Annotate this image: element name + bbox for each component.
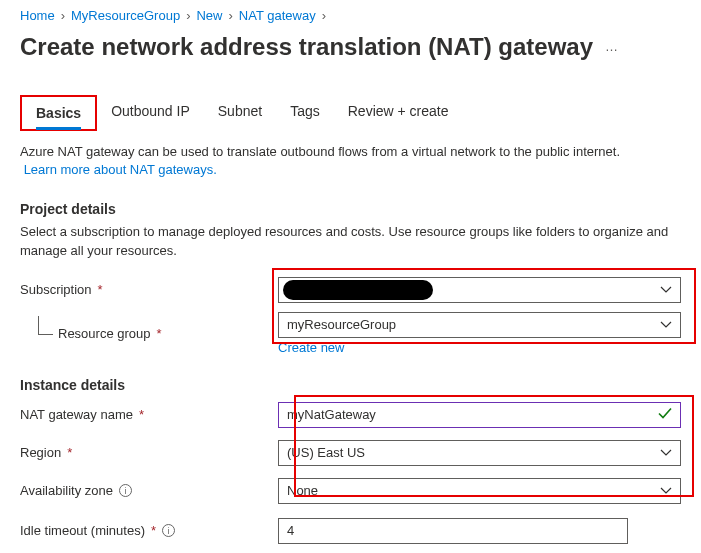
breadcrumb-home[interactable]: Home	[20, 8, 55, 23]
chevron-right-icon: ›	[229, 8, 233, 23]
instance-details-heading: Instance details	[20, 377, 681, 393]
nat-gateway-name-label: NAT gateway name*	[20, 407, 278, 422]
availability-zone-select[interactable]: None	[278, 478, 681, 504]
redacted-subscription-value	[283, 280, 433, 300]
chevron-down-icon	[660, 321, 672, 329]
subscription-label: Subscription*	[20, 282, 278, 297]
chevron-right-icon: ›	[186, 8, 190, 23]
more-actions-button[interactable]: …	[605, 39, 620, 54]
tab-review-create[interactable]: Review + create	[334, 95, 463, 131]
tabs: Basics Outbound IP Subnet Tags Review + …	[20, 95, 681, 131]
page-title: Create network address translation (NAT)…	[20, 33, 593, 61]
tab-tags[interactable]: Tags	[276, 95, 334, 131]
info-icon[interactable]: i	[119, 484, 132, 497]
tab-basics[interactable]: Basics	[20, 95, 97, 131]
chevron-down-icon	[660, 487, 672, 495]
nat-gateway-name-input[interactable]: myNatGateway	[278, 402, 681, 428]
region-label: Region*	[20, 445, 278, 460]
chevron-right-icon: ›	[322, 8, 326, 23]
description-text: Azure NAT gateway can be used to transla…	[20, 143, 681, 179]
chevron-right-icon: ›	[61, 8, 65, 23]
breadcrumb: Home › MyResourceGroup › New › NAT gatew…	[20, 6, 681, 29]
breadcrumb-resource-group[interactable]: MyResourceGroup	[71, 8, 180, 23]
subscription-select[interactable]	[278, 277, 681, 303]
chevron-down-icon	[660, 449, 672, 457]
idle-timeout-label: Idle timeout (minutes)* i	[20, 523, 278, 538]
create-new-rg-link[interactable]: Create new	[278, 340, 681, 355]
info-icon[interactable]: i	[162, 524, 175, 537]
breadcrumb-nat-gateway[interactable]: NAT gateway	[239, 8, 316, 23]
breadcrumb-new[interactable]: New	[196, 8, 222, 23]
tab-subnet[interactable]: Subnet	[204, 95, 276, 131]
tab-outbound-ip[interactable]: Outbound IP	[97, 95, 204, 131]
chevron-down-icon	[660, 286, 672, 294]
learn-more-link[interactable]: Learn more about NAT gateways.	[24, 162, 217, 177]
resource-group-label: Resource group*	[20, 326, 278, 341]
project-details-desc: Select a subscription to manage deployed…	[20, 223, 681, 259]
idle-timeout-input[interactable]: 4	[278, 518, 628, 544]
resource-group-select[interactable]: myResourceGroup	[278, 312, 681, 338]
project-details-heading: Project details	[20, 201, 681, 217]
checkmark-icon	[658, 407, 672, 422]
availability-zone-label: Availability zone i	[20, 483, 278, 498]
region-select[interactable]: (US) East US	[278, 440, 681, 466]
